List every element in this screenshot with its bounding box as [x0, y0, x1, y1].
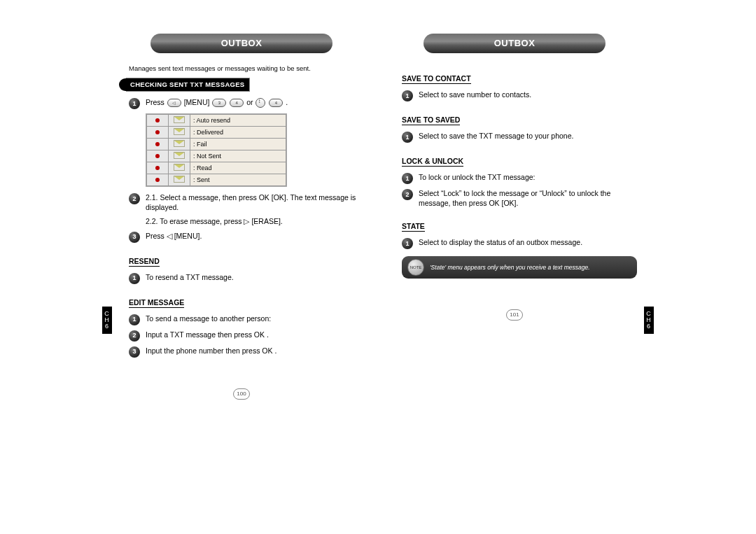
step-number: 3 — [129, 346, 140, 358]
step: 1 To send a message to another person: — [119, 314, 364, 325]
note-icon: NOTE — [407, 259, 424, 276]
step: 3 Input the phone number then press OK . — [119, 346, 364, 358]
subsection-head: EDIT MESSAGE — [129, 298, 184, 308]
step-number: 2 — [129, 330, 140, 342]
step-number: 2 — [402, 189, 413, 200]
step: 1 Press ◁ [MENU] 3 4 or 4 . — [119, 97, 364, 109]
step: 3 Press ◁ [MENU]. — [119, 231, 364, 243]
number-key-icon: 4 — [230, 99, 244, 107]
page-number: 101 — [392, 307, 637, 321]
step-number: 1 — [402, 132, 413, 143]
step: 2 2.1. Select a message, then press OK [… — [119, 192, 364, 227]
softkey-icon: ◁ — [167, 99, 181, 107]
step-number: 1 — [402, 238, 413, 249]
step: 2 Select “Lock” to lock the message or “… — [392, 188, 637, 208]
step: 1 Select to save number to contacts. — [392, 90, 637, 101]
step-number: 1 — [129, 98, 140, 109]
step: 1 To lock or unlock the TXT message: — [392, 172, 637, 184]
manual-spread: CH6 OUTBOX Manages sent text messages or… — [0, 0, 756, 400]
number-key-icon: 3 — [212, 99, 226, 107]
step: 1 Select to display the status of an out… — [392, 237, 637, 249]
page-number: 100 — [119, 386, 364, 400]
intro-text: Manages sent text messages or messages w… — [129, 64, 364, 72]
step-number: 3 — [129, 232, 140, 243]
step-number: 1 — [402, 173, 413, 184]
section-header: CHECKING SENT TXT MESSAGES — [119, 78, 364, 92]
subsection-head: LOCK & UNLOCK — [402, 157, 463, 167]
subsection-head: STATE — [402, 222, 425, 232]
step-number: 1 — [402, 90, 413, 101]
subsection-head: SAVE TO CONTACT — [402, 74, 471, 84]
chapter-tab-right: CH6 — [644, 307, 654, 334]
step: 1 Select to save the TXT message to your… — [392, 131, 637, 143]
subsection-head: SAVE TO SAVED — [402, 115, 460, 125]
key-label: [MENU] — [184, 98, 210, 106]
step-number: 2 — [129, 193, 140, 204]
step: 2 Input a TXT message then press OK . — [119, 330, 364, 342]
subsection-head: RESEND — [129, 257, 160, 267]
step-number: 1 — [129, 273, 140, 284]
phone-status-legend: : Auto resend : Delivered : Fail : Not S… — [146, 113, 287, 187]
chapter-tab-left: CH6 — [102, 307, 112, 334]
scroll-icon — [255, 98, 265, 108]
number-key-icon: 4 — [269, 99, 283, 107]
left-page: CH6 OUTBOX Manages sent text messages or… — [119, 34, 364, 400]
page-title-left: OUTBOX — [150, 34, 332, 53]
step-number: 1 — [129, 314, 140, 325]
step: 1 To resend a TXT message. — [119, 272, 364, 284]
note-strip: NOTE 'State' menu appears only when you … — [402, 256, 637, 279]
page-title-right: OUTBOX — [424, 34, 606, 53]
right-page: CH6 OUTBOX SAVE TO CONTACT 1 Select to s… — [392, 34, 637, 400]
